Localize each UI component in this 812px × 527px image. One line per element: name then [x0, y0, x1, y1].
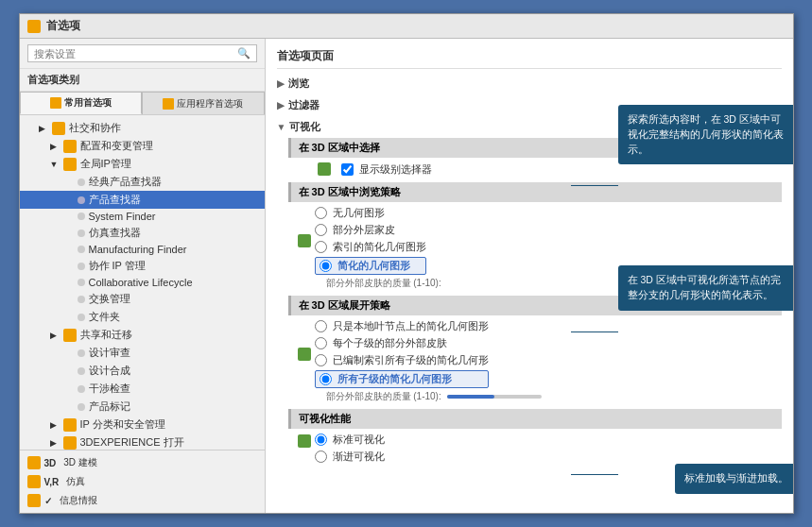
- tree-item-classic[interactable]: 经典产品查找器: [20, 173, 265, 191]
- info-icon: [27, 494, 41, 507]
- interference-icon: [78, 385, 85, 393]
- radio-all-children-input[interactable]: [320, 373, 332, 385]
- classic-label: 经典产品查找器: [89, 175, 162, 189]
- radio-no-geom-input[interactable]: [315, 207, 327, 219]
- radio-local-leaf-label: 只是本地叶节点上的简化几何图形: [333, 319, 489, 333]
- tab-app[interactable]: 应用程序首选项: [142, 92, 265, 114]
- expand-radio-group: 只是本地叶节点上的简化几何图形 每个子级的部分外部皮肤 已编制索引所有子级的简化…: [315, 319, 489, 388]
- tree-item-design-check[interactable]: 设计审查: [20, 344, 265, 362]
- radio-indexed-simplified-input[interactable]: [315, 241, 327, 253]
- config-label: 配置和变更管理: [80, 139, 153, 153]
- tree-item-ip[interactable]: ▼ 全局IP管理: [20, 155, 265, 173]
- tabs-row: 常用首选项 应用程序首选项: [20, 92, 265, 115]
- 3d-expand-title-text: 在 3D 区域展开策略: [299, 299, 390, 311]
- tree-item-mfg-finder[interactable]: Manufacturing Finder: [20, 242, 265, 257]
- sim-finder-label: 仿真查找器: [89, 226, 141, 240]
- tree-item-config[interactable]: ▶ 配置和变更管理: [20, 137, 265, 155]
- info-code: ✓: [44, 496, 52, 506]
- radio-simplified: 简化的几何图形: [315, 257, 426, 275]
- left-panel: 🔍 首选项类别 常用首选项 应用程序首选项 ▶: [20, 39, 266, 513]
- exchange-label: 交换管理: [89, 292, 130, 306]
- radio-indexed-simplified: 索引的简化几何图形: [315, 240, 426, 254]
- select-green-icon: [317, 162, 332, 177]
- tree-item-social[interactable]: ▶ 社交和协作: [20, 119, 265, 137]
- radio-standard-visual: 标准可视化: [315, 433, 385, 447]
- ip-security-icon: [63, 418, 77, 432]
- radio-progressive-visual: 渐进可视化: [315, 450, 385, 464]
- tab-common-label: 常用首选项: [64, 96, 112, 110]
- radio-all-children-label: 所有子级的简化几何图形: [337, 372, 452, 386]
- title-bar: 首选项: [20, 14, 793, 39]
- expand-social: ▶: [39, 124, 48, 133]
- 3d-icon: [27, 456, 41, 469]
- 3d-select-title-text: 在 3D 区域中选择: [299, 142, 380, 153]
- tree-item-sim-finder[interactable]: 仿真查找器: [20, 224, 265, 242]
- product-finder-label: 产品查找器: [89, 193, 141, 207]
- visual-perf-icon-row: 标准可视化 渐进可视化: [298, 433, 782, 464]
- 3d-code: 3D: [44, 458, 57, 468]
- vr-sublabel: 仿真: [66, 475, 85, 488]
- right-panel: 首选项页面 ▶ 浏览 ▶ 过滤器 ▼ 可视化: [266, 39, 793, 513]
- bottom-3d[interactable]: 3D 3D 建模: [27, 454, 257, 471]
- search-input[interactable]: [34, 48, 237, 60]
- browse-arrow: ▶: [277, 78, 285, 89]
- callout3-text: 标准加载与渐进加载。: [684, 472, 788, 484]
- collab-lifecycle-label: Collaborative Lifecycle: [89, 277, 193, 288]
- tree-item-filekey[interactable]: 文件夹: [20, 308, 265, 326]
- tree-item-exchange[interactable]: 交换管理: [20, 290, 265, 308]
- tree-item-system-finder[interactable]: System Finder: [20, 209, 265, 224]
- tree-item-collab-ip[interactable]: 协作 IP 管理: [20, 257, 265, 275]
- radio-no-geom: 无几何图形: [315, 206, 426, 220]
- callout2: 在 3D 区域中可视化所选节点的完整分支的几何形状的简化表示。: [618, 265, 793, 311]
- bottom-info[interactable]: ✓ 信息情报: [27, 492, 257, 509]
- visual-perf-title-text: 可视化性能: [299, 413, 351, 424]
- callout2-text: 在 3D 区域中可视化所选节点的完整分支的几何形状的简化表示。: [628, 274, 781, 300]
- radio-no-geom-label: 无几何图形: [333, 206, 385, 220]
- design-synth-label: 设计合成: [89, 364, 130, 378]
- tree-item-product-finder[interactable]: 产品查找器: [20, 191, 265, 209]
- tree-item-product-mark[interactable]: 产品标记: [20, 398, 265, 416]
- radio-simplified-input[interactable]: [320, 260, 332, 272]
- browse-section[interactable]: ▶ 浏览: [277, 73, 782, 94]
- expand-quality-label: 部分外部皮肤的质量 (1-10):: [326, 390, 441, 403]
- radio-progressive-visual-input[interactable]: [315, 450, 327, 463]
- tree-item-3dexp[interactable]: ▶ 3DEXPERIENCE 打开: [20, 434, 265, 450]
- dialog-body: 🔍 首选项类别 常用首选项 应用程序首选项 ▶: [20, 39, 793, 513]
- design-check-icon: [78, 349, 85, 357]
- tree-item-collab-lifecycle[interactable]: Collaborative Lifecycle: [20, 275, 265, 290]
- radio-local-leaf-input[interactable]: [315, 320, 327, 332]
- radio-indexed-children-input[interactable]: [315, 354, 327, 366]
- visual-perf-green-icon: [298, 434, 311, 448]
- system-finder-label: System Finder: [89, 211, 156, 222]
- expand-config: ▶: [50, 142, 60, 151]
- radio-standard-visual-input[interactable]: [315, 434, 327, 446]
- config-icon: [63, 140, 77, 153]
- radio-each-child-skin-input[interactable]: [315, 337, 327, 349]
- radio-partial-outer: 部分外层家皮: [315, 223, 426, 237]
- tree-item-ip-security[interactable]: ▶ IP 分类和安全管理: [20, 416, 265, 434]
- tree-item-interference[interactable]: 干涉检查: [20, 380, 265, 398]
- show-level-selector-checkbox[interactable]: [341, 163, 354, 176]
- radio-standard-visual-label: 标准可视化: [333, 433, 385, 447]
- 3d-browse-title-text: 在 3D 区域中浏览策略: [299, 186, 401, 197]
- tree-item-shared[interactable]: ▶ 共享和迁移: [20, 326, 265, 344]
- expand-green-icon: [298, 348, 311, 361]
- radio-local-leaf: 只是本地叶节点上的简化几何图形: [315, 319, 489, 333]
- shared-label: 共享和迁移: [80, 328, 132, 342]
- filekey-label: 文件夹: [89, 310, 120, 324]
- visual-arrow: ▼: [277, 122, 286, 132]
- product-mark-label: 产品标记: [89, 400, 130, 414]
- section-title: 首选项页面: [277, 44, 782, 69]
- info-sublabel: 信息情报: [60, 494, 97, 507]
- expand-quality-slider[interactable]: [447, 395, 542, 399]
- 3d-sublabel: 3D 建模: [63, 456, 97, 469]
- radio-all-children: 所有子级的简化几何图形: [315, 370, 489, 388]
- radio-partial-outer-input[interactable]: [315, 224, 327, 236]
- browse-green-icon: [298, 234, 311, 247]
- tab-common[interactable]: 常用首选项: [20, 92, 143, 114]
- shared-icon: [63, 329, 77, 342]
- 3dexp-label: 3DEXPERIENCE 打开: [80, 435, 184, 450]
- bottom-vr[interactable]: V,R 仿真: [27, 473, 257, 490]
- tree-item-design-synth[interactable]: 设计合成: [20, 362, 265, 380]
- interference-label: 干涉检查: [89, 382, 130, 396]
